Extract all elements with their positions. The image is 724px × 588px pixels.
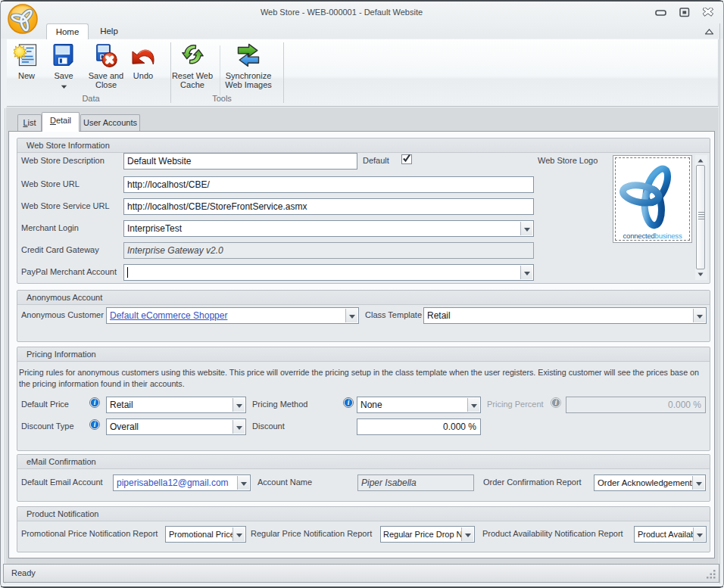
svg-text:i: i bbox=[94, 399, 96, 406]
svg-text:i: i bbox=[555, 399, 557, 406]
svg-text:i: i bbox=[94, 421, 96, 428]
svg-text:i: i bbox=[348, 399, 350, 406]
